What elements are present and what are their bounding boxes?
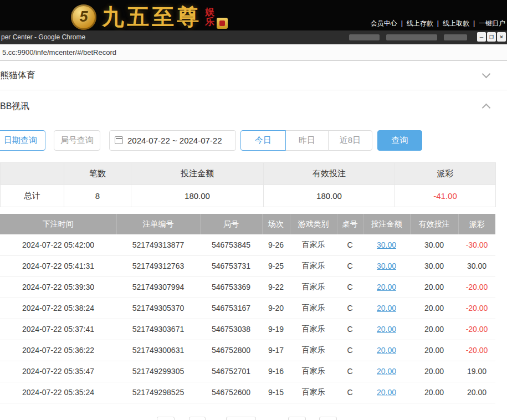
payout-value: -20.00 [458, 340, 495, 361]
round-query-button[interactable]: 局号查询 [54, 130, 100, 151]
bet-time: 2024-07-22 05:35:47 [0, 361, 116, 382]
maximize-button[interactable]: ❐ [487, 32, 496, 42]
banner-links: 会员中心|线上存款|线上取款|一键归户 [371, 19, 505, 28]
game-type: 百家乐 [290, 319, 337, 340]
table-number: C [337, 319, 363, 340]
logo-subtitle: 娱 乐 [205, 7, 214, 27]
session: 9-25 [262, 255, 290, 276]
session: 9-20 [262, 298, 290, 319]
chevron-down-icon[interactable] [482, 70, 491, 79]
bet-amount-link[interactable]: 20.00 [377, 325, 396, 334]
session: 9-26 [262, 234, 290, 255]
header-round-number: 局号 [200, 214, 262, 234]
link-one-key-transfer[interactable]: 一键归户 [479, 19, 505, 27]
valid-bet: 30.00 [410, 234, 458, 255]
titlebar-artifact [386, 34, 437, 40]
table-row: 2024-07-22 05:36:22 521749300631 5467528… [0, 340, 495, 361]
bet-time: 2024-07-22 05:36:22 [0, 340, 116, 361]
table-number: C [337, 340, 363, 361]
table-number: C [337, 276, 363, 298]
order-number: 521749313877 [116, 234, 200, 255]
table-row: 2024-07-22 05:35:47 521749299305 5467527… [0, 361, 495, 382]
header-valid-bet: 有效投注 [410, 214, 458, 234]
section-bb-video[interactable]: BB视讯 [0, 90, 507, 123]
summary-total-label: 总计 [1, 185, 64, 207]
window-title: per Center - Google Chrome [0, 30, 85, 44]
bet-amount-cell: 20.00 [363, 276, 410, 298]
date-range-input[interactable]: 2024-07-22 ~ 2024-07-22 [109, 130, 236, 151]
order-number: 521749312763 [116, 255, 200, 276]
table-number: C [337, 382, 363, 403]
address-bar[interactable]: 5.cc:9900/infe/mcenter/#/betRecord [0, 44, 507, 61]
pagination-page-input[interactable] [226, 417, 256, 420]
quick-range-group: 今日 昨日 近8日 [240, 130, 372, 151]
bet-time: 2024-07-22 05:39:30 [0, 276, 116, 298]
filter-bar: 日期查询 局号查询 2024-07-22 ~ 2024-07-22 今日 昨日 … [0, 130, 507, 151]
game-type: 百家乐 [290, 298, 337, 319]
page-content: 熊猫体育 BB视讯 日期查询 局号查询 2024-07-22 ~ 2024-07… [0, 61, 507, 420]
bet-amount-link[interactable]: 20.00 [377, 346, 396, 355]
yesterday-button[interactable]: 昨日 [285, 130, 329, 151]
bet-table-body: 2024-07-22 05:42:00 521749313877 5467538… [0, 234, 495, 403]
round-number: 546753038 [200, 319, 262, 340]
bet-amount-link[interactable]: 20.00 [377, 304, 396, 313]
section-panda-sports[interactable]: 熊猫体育 [0, 61, 507, 90]
table-row: 2024-07-22 05:39:30 521749307994 5467533… [0, 276, 495, 298]
valid-bet: 20.00 [410, 276, 458, 298]
table-row: 2024-07-22 05:42:00 521749313877 5467538… [0, 234, 495, 255]
link-withdraw[interactable]: 线上取款 [443, 19, 469, 27]
table-row: 2024-07-22 05:38:24 521749305370 5467531… [0, 298, 495, 319]
bet-amount-link[interactable]: 30.00 [377, 240, 396, 249]
search-button[interactable]: 查询 [377, 130, 422, 151]
payout-value: -20.00 [458, 319, 495, 340]
session: 9-19 [262, 319, 290, 340]
pagination-button[interactable] [319, 417, 337, 420]
link-separator: | [473, 19, 475, 27]
bet-time: 2024-07-22 05:41:31 [0, 255, 116, 276]
link-deposit[interactable]: 线上存款 [407, 19, 433, 27]
section-title: BB视讯 [0, 101, 29, 112]
last-8-days-button[interactable]: 近8日 [328, 130, 372, 151]
summary-bet-amount: 180.00 [131, 185, 264, 207]
valid-bet: 20.00 [410, 340, 458, 361]
bet-amount-link[interactable]: 20.00 [377, 367, 396, 376]
valid-bet: 20.00 [410, 319, 458, 340]
table-number: C [337, 361, 363, 382]
chevron-up-icon[interactable] [482, 104, 491, 112]
game-type: 百家乐 [290, 361, 337, 382]
minimize-button[interactable]: ─ [477, 32, 486, 42]
payout-value: -20.00 [458, 298, 495, 319]
date-query-button[interactable]: 日期查询 [0, 130, 45, 151]
pagination-button[interactable] [288, 417, 306, 420]
bet-amount-cell: 20.00 [363, 298, 410, 319]
logo-subtitle-char: 娱 [205, 7, 214, 17]
session: 9-17 [262, 340, 290, 361]
table-header-row: 下注时间 注单编号 局号 场次 游戏类别 桌号 投注金额 有效投注 派彩 [0, 214, 495, 234]
bet-amount-link[interactable]: 20.00 [377, 283, 396, 291]
bet-amount-link[interactable]: 20.00 [377, 388, 396, 397]
valid-bet: 20.00 [410, 298, 458, 319]
titlebar-artifact [444, 34, 467, 40]
header-table-number: 桌号 [337, 214, 363, 234]
pagination-button[interactable] [157, 417, 175, 420]
logo-title: 九五至尊 [102, 2, 202, 32]
bet-amount-link[interactable]: 30.00 [377, 262, 396, 270]
link-member-center[interactable]: 会员中心 [371, 19, 397, 27]
date-range-value: 2024-07-22 ~ 2024-07-22 [127, 136, 222, 145]
pagination-button[interactable] [189, 417, 206, 420]
payout-value: -30.00 [458, 234, 495, 255]
session: 9-16 [262, 361, 290, 382]
coin-icon: 5 [71, 4, 96, 30]
today-button[interactable]: 今日 [240, 130, 286, 151]
section-title: 熊猫体育 [0, 70, 35, 81]
bet-time: 2024-07-22 05:42:00 [0, 234, 116, 255]
close-button[interactable]: ✕ [497, 32, 506, 42]
game-type: 百家乐 [290, 234, 337, 255]
summary-header-payout: 派彩 [395, 163, 496, 185]
round-number: 546753731 [200, 255, 262, 276]
bet-amount-cell: 20.00 [363, 340, 410, 361]
round-number: 546752701 [200, 361, 262, 382]
game-type: 百家乐 [290, 276, 337, 298]
bet-amount-cell: 30.00 [363, 234, 410, 255]
header-order-number: 注单编号 [116, 214, 200, 234]
